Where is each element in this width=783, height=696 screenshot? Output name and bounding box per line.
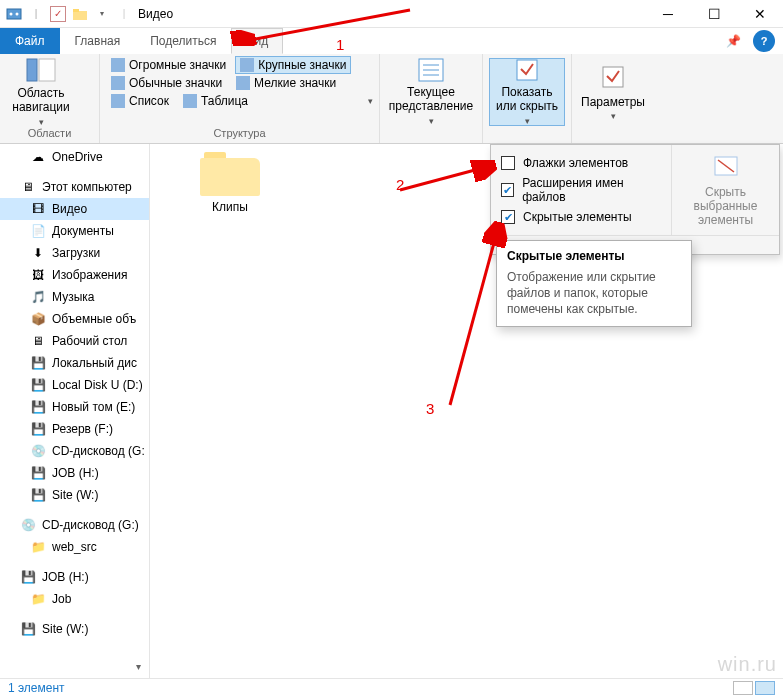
nav-pane-icon [25, 56, 57, 84]
options-label: Параметры [581, 95, 645, 109]
cube-icon: 📦 [30, 311, 46, 327]
checkbox-file-extensions[interactable]: ✔ Расширения имен файлов [501, 173, 661, 207]
ribbon: Область навигации ▾ Области Огромные зна… [0, 54, 783, 144]
help-icon[interactable]: ? [753, 30, 775, 52]
drive-icon: 💾 [30, 465, 46, 481]
table-icon [183, 94, 197, 108]
show-hide-button[interactable]: Показать или скрыть ▾ [489, 58, 565, 126]
hide-selected-icon [712, 154, 740, 181]
tree-3d[interactable]: 📦Объемные объ [0, 308, 149, 330]
annotation-number-1: 1 [336, 36, 344, 53]
annotation-arrow-2 [390, 160, 500, 200]
pc-icon: 🖥 [20, 179, 36, 195]
tree-site-w2[interactable]: 💾Site (W:) [0, 618, 149, 640]
maximize-button[interactable]: ☐ [691, 0, 737, 28]
tooltip-title: Скрытые элементы [507, 249, 681, 263]
drive-icon: 💾 [20, 569, 36, 585]
desktop-icon: 🖥 [30, 333, 46, 349]
nav-pane-button[interactable]: Область навигации ▾ [6, 58, 76, 126]
large-icon [240, 58, 254, 72]
scroll-down-icon[interactable]: ▾ [136, 661, 141, 672]
tree-this-pc[interactable]: 🖥Этот компьютер [0, 176, 149, 198]
folder-clips[interactable]: Клипы [190, 152, 270, 214]
group-current-view-spacer [386, 127, 476, 141]
hide-selected-button[interactable]: Скрыть выбранные элементы [671, 145, 779, 235]
tab-file[interactable]: Файл [0, 28, 60, 54]
group-show-hide-spacer [489, 127, 565, 141]
minimize-button[interactable]: ─ [645, 0, 691, 28]
tree-downloads[interactable]: ⬇Загрузки [0, 242, 149, 264]
layout-table[interactable]: Таблица [178, 92, 253, 110]
huge-icon [111, 58, 125, 72]
separator: | [116, 6, 132, 22]
drive-icon: 💾 [30, 399, 46, 415]
tab-home[interactable]: Главная [60, 28, 136, 54]
group-layout-label: Структура [106, 127, 373, 141]
tree-desktop[interactable]: 🖥Рабочий стол [0, 330, 149, 352]
annotation-number-2: 2 [396, 176, 404, 193]
checkbox-hidden-items[interactable]: ✔ Скрытые элементы [501, 207, 661, 227]
normal-icon [111, 76, 125, 90]
layout-small[interactable]: Мелкие значки [231, 74, 341, 92]
tree-documents[interactable]: 📄Документы [0, 220, 149, 242]
show-hide-label: Показать или скрыть [490, 85, 564, 114]
layout-huge[interactable]: Огромные значки [106, 56, 231, 74]
tree-localdisk-c[interactable]: 💾Локальный дис [0, 352, 149, 374]
tree-videos[interactable]: 🎞Видео [0, 198, 149, 220]
download-icon: ⬇ [30, 245, 46, 261]
qat-divider: | [28, 6, 44, 22]
group-panes-label: Области [6, 127, 93, 141]
svg-line-17 [450, 228, 498, 405]
drive-icon: 💾 [20, 621, 36, 637]
view-details-button[interactable] [733, 681, 753, 695]
folder-icon: 📁 [30, 591, 46, 607]
svg-rect-0 [7, 9, 21, 19]
svg-line-15 [250, 10, 410, 40]
svg-line-16 [400, 166, 490, 190]
tree-job-h[interactable]: 💾JOB (H:) [0, 462, 149, 484]
qat-folder-icon[interactable] [72, 6, 88, 22]
view-large-icons-button[interactable] [755, 681, 775, 695]
tree-localdisk-d[interactable]: 💾Local Disk U (D:) [0, 374, 149, 396]
svg-rect-12 [603, 67, 623, 87]
svg-rect-11 [517, 60, 537, 80]
tree-cd-g2[interactable]: 💿CD-дисковод (G:) [0, 514, 149, 536]
tree-newvol-e[interactable]: 💾Новый том (E:) [0, 396, 149, 418]
folder-label: Клипы [190, 200, 270, 214]
layout-more-icon[interactable]: ▾ [368, 96, 373, 106]
annotation-number-3: 3 [426, 400, 434, 417]
tree-onedrive[interactable]: ☁OneDrive [0, 146, 149, 168]
tree-site-w[interactable]: 💾Site (W:) [0, 484, 149, 506]
show-hide-icon [511, 57, 543, 83]
current-view-button[interactable]: Текущее представление ▾ [386, 58, 476, 126]
layout-normal[interactable]: Обычные значки [106, 74, 227, 92]
list-icon [111, 94, 125, 108]
tab-share[interactable]: Поделиться [135, 28, 231, 54]
qat-dropdown-icon[interactable]: ▾ [94, 6, 110, 22]
tree-job[interactable]: 📁Job [0, 588, 149, 610]
tree-music[interactable]: 🎵Музыка [0, 286, 149, 308]
annotation-arrow-1 [230, 6, 420, 46]
tree-job-h2[interactable]: 💾JOB (H:) [0, 566, 149, 588]
tooltip: Скрытые элементы Отображение или скрытие… [496, 240, 692, 327]
layout-large[interactable]: Крупные значки [235, 56, 351, 74]
current-view-icon [415, 57, 447, 83]
app-icon [6, 6, 22, 22]
tree-reserve-f[interactable]: 💾Резерв (F:) [0, 418, 149, 440]
checkbox-item-checkboxes[interactable]: Флажки элементов [501, 153, 661, 173]
tree-images[interactable]: 🖼Изображения [0, 264, 149, 286]
video-icon: 🎞 [30, 201, 46, 217]
navigation-tree[interactable]: ☁OneDrive 🖥Этот компьютер 🎞Видео 📄Докуме… [0, 144, 150, 678]
qat-properties-icon[interactable]: ✓ [50, 6, 66, 22]
image-icon: 🖼 [30, 267, 46, 283]
pin-ribbon-icon[interactable]: 📌 [718, 28, 749, 54]
layout-list[interactable]: Список [106, 92, 174, 110]
svg-point-2 [16, 12, 19, 15]
current-view-label: Текущее представление [387, 85, 475, 114]
tree-cd-g[interactable]: 💿CD-дисковод (G: [0, 440, 149, 462]
close-button[interactable]: ✕ [737, 0, 783, 28]
tree-websrc[interactable]: 📁web_src [0, 536, 149, 558]
checkbox-unchecked-icon[interactable] [501, 156, 515, 170]
options-button[interactable]: Параметры ▾ [578, 58, 648, 126]
checkbox-checked-icon[interactable]: ✔ [501, 183, 514, 197]
